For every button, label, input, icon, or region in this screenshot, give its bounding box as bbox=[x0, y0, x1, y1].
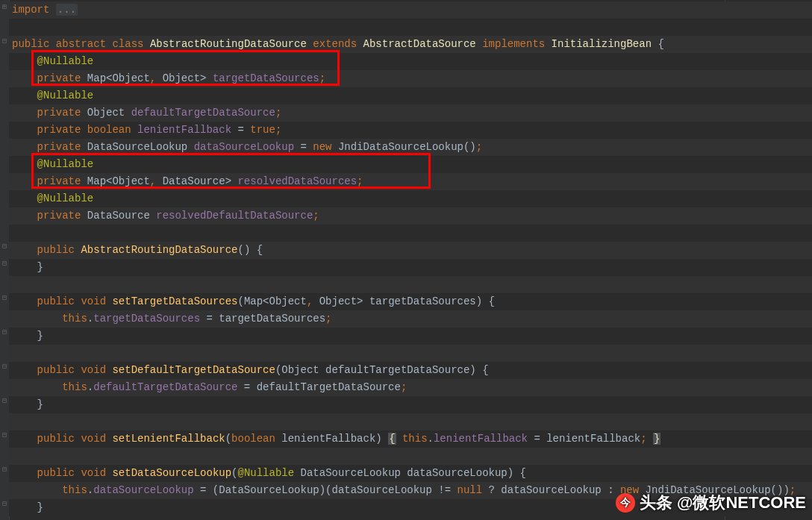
code-line[interactable]: private Object defaultTargetDataSource; bbox=[9, 104, 812, 122]
code-editor[interactable]: ⊞⊟⊟⊟⊟⊟⊟⊟⊟⊟⊟ import ...public abstract cl… bbox=[0, 0, 812, 520]
code-line[interactable] bbox=[9, 19, 812, 36]
code-line[interactable]: } bbox=[9, 499, 812, 516]
token-ann: @Nullable bbox=[238, 467, 295, 479]
code-line[interactable]: public AbstractRoutingDataSource() { bbox=[9, 242, 812, 259]
code-line[interactable]: public abstract class AbstractRoutingDat… bbox=[9, 36, 812, 53]
code-line[interactable]: this.targetDataSources = targetDataSourc… bbox=[9, 310, 812, 328]
token-kw: null bbox=[457, 484, 483, 496]
fold-icon[interactable]: ⊟ bbox=[1, 466, 8, 474]
code-line[interactable]: private DataSourceLookup dataSourceLooku… bbox=[9, 139, 812, 156]
fold-icon[interactable]: ⊟ bbox=[1, 329, 8, 336]
token-kw: boolean bbox=[231, 433, 275, 445]
token-ident: } bbox=[37, 398, 43, 410]
token-field: dataSourceLookup bbox=[93, 484, 193, 496]
token-ident: . bbox=[87, 381, 93, 393]
fold-icon[interactable]: ⊟ bbox=[1, 398, 8, 405]
token-kw: void bbox=[81, 364, 106, 376]
code-line[interactable] bbox=[9, 225, 812, 242]
token-kw: extends bbox=[313, 38, 357, 50]
code-line[interactable]: @Nullable bbox=[9, 53, 812, 70]
fold-icon[interactable]: ⊟ bbox=[1, 295, 8, 302]
code-line[interactable]: @Nullable bbox=[9, 190, 812, 207]
code-line[interactable] bbox=[9, 345, 812, 362]
token-method: setDataSourceLookup bbox=[112, 467, 231, 479]
fold-icon[interactable]: ⊟ bbox=[1, 432, 8, 439]
token-punct: ; bbox=[313, 210, 319, 222]
token-hlbrace: } bbox=[653, 433, 660, 445]
token-kw: public bbox=[37, 467, 75, 479]
token-ident: = defaultTargetDataSource bbox=[237, 381, 400, 393]
code-line[interactable]: private Map<Object, DataSource> resolved… bbox=[9, 173, 812, 190]
token-kw: true bbox=[250, 124, 275, 136]
fold-icon[interactable]: ⊟ bbox=[1, 501, 8, 508]
token-method: setDefaultTargetDataSource bbox=[112, 364, 275, 376]
token-ann: @Nullable bbox=[37, 90, 94, 101]
token-punct: , bbox=[150, 72, 156, 84]
token-ident: JndiDataSourceLookup()) bbox=[639, 484, 790, 496]
token-kw: this bbox=[62, 313, 87, 325]
token-kw: implements bbox=[482, 38, 545, 50]
code-line[interactable]: @Nullable bbox=[9, 156, 812, 173]
code-line[interactable]: @Nullable bbox=[9, 87, 812, 104]
token-ident: Map<Object bbox=[81, 175, 149, 187]
token-punct: ; bbox=[357, 175, 363, 187]
code-line[interactable]: public void setTargetDataSources(Map<Obj… bbox=[9, 293, 812, 310]
token-ident: Object> targetDataSources) { bbox=[313, 295, 495, 307]
token-kw: class bbox=[112, 38, 143, 50]
fold-icon[interactable]: ⊟ bbox=[1, 363, 8, 371]
token-ident: = bbox=[294, 141, 313, 153]
code-line[interactable]: public void setLenientFallback(boolean l… bbox=[9, 430, 812, 448]
token-field: resolvedDataSources bbox=[237, 175, 357, 187]
token-field: defaultTargetDataSource bbox=[131, 107, 275, 119]
code-area[interactable]: import ...public abstract class Abstract… bbox=[9, 0, 812, 520]
token-ident: Object> bbox=[156, 72, 213, 84]
code-line[interactable] bbox=[9, 413, 812, 430]
token-kw: public bbox=[37, 364, 75, 376]
token-kw: void bbox=[81, 467, 106, 479]
token-ident: (Map<Object bbox=[237, 295, 306, 307]
token-punct: ; bbox=[319, 72, 325, 84]
token-ident bbox=[49, 4, 55, 16]
code-line[interactable]: public void setDataSourceLookup(@Nullabl… bbox=[9, 465, 812, 482]
token-ident: { bbox=[652, 38, 664, 50]
token-ident bbox=[143, 38, 149, 50]
code-line[interactable]: } bbox=[9, 259, 812, 276]
fold-icon[interactable]: ⊟ bbox=[1, 243, 8, 251]
token-field: lenientFallback bbox=[137, 124, 231, 136]
token-field: dataSourceLookup bbox=[194, 141, 294, 153]
token-ident: = (DataSourceLookup)(dataSourceLookup != bbox=[194, 484, 457, 496]
code-line[interactable]: } bbox=[9, 396, 812, 413]
code-line[interactable]: import ... bbox=[9, 1, 812, 19]
code-line[interactable]: this.dataSourceLookup = (DataSourceLooku… bbox=[9, 482, 812, 499]
token-kw: public bbox=[37, 244, 75, 256]
code-line[interactable] bbox=[9, 276, 812, 293]
token-hlbrace: { bbox=[388, 433, 396, 445]
fold-icon[interactable]: ⊟ bbox=[1, 260, 8, 268]
code-line[interactable]: private boolean lenientFallback = true; bbox=[9, 122, 812, 139]
code-line[interactable]: this.defaultTargetDataSource = defaultTa… bbox=[9, 379, 812, 396]
token-type: InitializingBean bbox=[552, 38, 652, 50]
token-ident: = bbox=[231, 124, 250, 136]
code-line[interactable] bbox=[9, 448, 812, 465]
token-ident bbox=[647, 433, 653, 445]
token-kw: void bbox=[81, 295, 106, 307]
token-ident: DataSource> bbox=[156, 175, 237, 187]
code-line[interactable]: } bbox=[9, 328, 812, 345]
token-method: setTargetDataSources bbox=[112, 295, 237, 307]
token-kw: private bbox=[37, 124, 81, 136]
token-ident bbox=[357, 38, 363, 50]
fold-icon[interactable]: ⊟ bbox=[1, 38, 8, 46]
token-field: targetDataSources bbox=[213, 72, 319, 84]
code-line[interactable]: private DataSource resolvedDefaultDataSo… bbox=[9, 207, 812, 225]
token-field: defaultTargetDataSource bbox=[93, 381, 237, 393]
token-punct: ; bbox=[476, 141, 482, 153]
token-ident: . bbox=[428, 433, 434, 445]
code-line[interactable]: public void setDefaultTargetDataSource(O… bbox=[9, 362, 812, 379]
token-ident: DataSourceLookup dataSourceLookup) { bbox=[294, 467, 526, 479]
code-line[interactable]: private Map<Object, Object> targetDataSo… bbox=[9, 70, 812, 87]
fold-icon[interactable]: ⊞ bbox=[1, 4, 8, 11]
token-ident: = targetDataSources bbox=[200, 313, 325, 325]
token-ident: (Object defaultTargetDataSource) { bbox=[275, 364, 489, 376]
token-punct: ; bbox=[325, 313, 331, 325]
token-method: setLenientFallback bbox=[112, 433, 225, 445]
